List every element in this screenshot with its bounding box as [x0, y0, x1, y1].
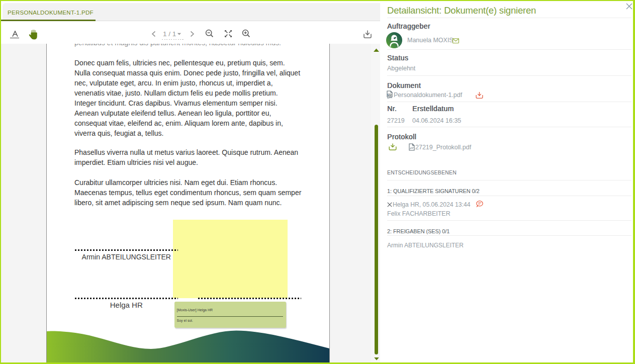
svg-text:PDF: PDF	[388, 94, 391, 96]
